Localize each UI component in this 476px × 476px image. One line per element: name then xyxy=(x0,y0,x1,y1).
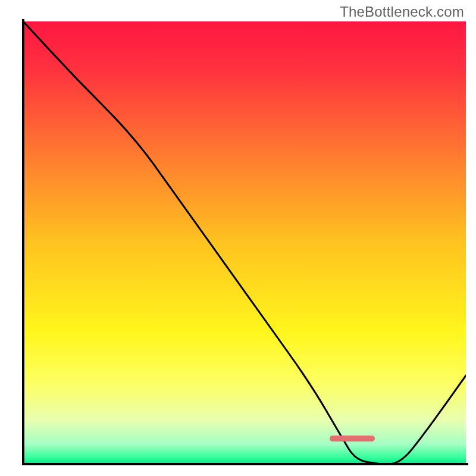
chart-container: TheBottleneck.com xyxy=(0,0,476,476)
axes-svg xyxy=(0,0,476,476)
watermark-text: TheBottleneck.com xyxy=(340,4,464,20)
